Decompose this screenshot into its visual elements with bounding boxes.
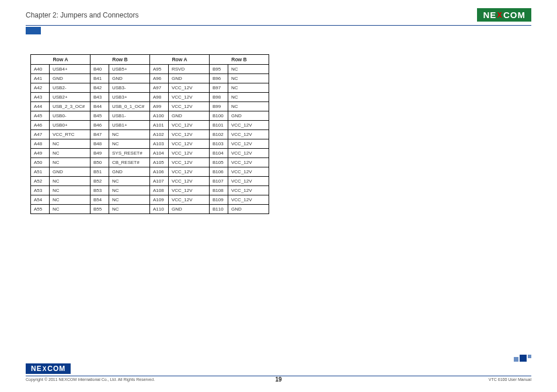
table-cell: NC	[228, 102, 269, 111]
table-cell: B102	[210, 130, 228, 139]
table-cell: A96	[150, 74, 169, 83]
manual-name: VTC 6100 User Manual	[489, 377, 531, 382]
table-cell: GND	[228, 205, 269, 214]
table-cell: B98	[210, 93, 228, 102]
table-cell: A44	[31, 102, 50, 111]
table-cell: USB3+	[109, 93, 150, 102]
col-header: Row A	[31, 55, 90, 65]
footer-decoration	[514, 355, 531, 362]
table-cell: VCC_12V	[169, 102, 210, 111]
table-cell: NC	[50, 177, 90, 186]
table-cell: NC	[50, 158, 90, 167]
table-cell: B107	[210, 177, 228, 186]
table-cell: A101	[150, 121, 169, 130]
header-accent-box	[26, 27, 41, 34]
table-cell: USB1+	[109, 121, 150, 130]
table-cell: VCC_12V	[169, 195, 210, 205]
logo-part-com: COM	[47, 365, 65, 373]
table-cell: VCC_12V	[169, 186, 210, 195]
table-cell: NC	[109, 186, 150, 195]
table-row: A49NCB49SYS_RESET#A104VCC_12VB104VCC_12V	[31, 149, 269, 158]
table-cell: A43	[31, 93, 50, 102]
table-cell: VCC_12V	[169, 93, 210, 102]
table-cell: B108	[210, 186, 228, 195]
table-cell: VCC_12V	[228, 130, 269, 139]
table-row: A43USB2+B43USB3+A98VCC_12VB98NC	[31, 93, 269, 102]
table-cell: NC	[50, 195, 90, 205]
table-cell: GND	[50, 74, 90, 83]
table-cell: GND	[228, 111, 269, 121]
col-header: Row B	[90, 55, 150, 65]
table-cell: A110	[150, 205, 169, 214]
table-cell: B46	[90, 121, 109, 130]
table-cell: VCC_12V	[169, 149, 210, 158]
table-cell: B48	[90, 139, 109, 149]
table-cell: CB_RESET#	[109, 158, 150, 167]
table-cell: GND	[109, 74, 150, 83]
table-cell: B43	[90, 93, 109, 102]
table-cell: VCC_12V	[228, 195, 269, 205]
table-cell: B54	[90, 195, 109, 205]
chapter-title: Chapter 2: Jumpers and Connectors	[26, 11, 138, 19]
table-row: A47VCC_RTCB47NCA102VCC_12VB102VCC_12V	[31, 130, 269, 139]
table-cell: VCC_12V	[228, 177, 269, 186]
logo-part-com: COM	[503, 10, 525, 20]
table-cell: USB5+	[109, 65, 150, 74]
table-row: A53NCB53NCA108VCC_12VB108VCC_12V	[31, 186, 269, 195]
table-cell: B106	[210, 167, 228, 177]
table-cell: A107	[150, 177, 169, 186]
table-cell: USB_0_1_OC#	[109, 102, 150, 111]
table-cell: B40	[90, 65, 109, 74]
table-cell: GND	[109, 167, 150, 177]
table-cell: B100	[210, 111, 228, 121]
header-rule	[26, 25, 531, 26]
table-cell: A102	[150, 130, 169, 139]
table-cell: A55	[31, 205, 50, 214]
table-cell: A42	[31, 83, 50, 93]
table-cell: GND	[50, 167, 90, 177]
table-cell: NC	[50, 186, 90, 195]
table-cell: VCC_RTC	[50, 130, 90, 139]
table-cell: A98	[150, 93, 169, 102]
table-cell: NC	[109, 139, 150, 149]
table-row: A51GNDB51GNDA106VCC_12VB106VCC_12V	[31, 167, 269, 177]
table-cell: USB2-	[50, 83, 90, 93]
table-cell: NC	[50, 139, 90, 149]
table-cell: B45	[90, 111, 109, 121]
table-cell: A103	[150, 139, 169, 149]
table-cell: GND	[169, 205, 210, 214]
table-cell: B110	[210, 205, 228, 214]
table-cell: VCC_12V	[169, 167, 210, 177]
table-cell: B103	[210, 139, 228, 149]
table-cell: A54	[31, 195, 50, 205]
table-cell: NC	[109, 177, 150, 186]
table-cell: B95	[210, 65, 228, 74]
table-cell: NC	[50, 149, 90, 158]
pinout-table: Row A Row B Row A Row B A40USB4+B40USB5+…	[30, 54, 269, 214]
table-row: A48NCB48NCA103VCC_12VB103VCC_12V	[31, 139, 269, 149]
table-cell: NC	[228, 74, 269, 83]
table-cell: VCC_12V	[169, 83, 210, 93]
table-cell: A97	[150, 83, 169, 93]
table-cell: A46	[31, 121, 50, 130]
table-cell: USB0+	[50, 121, 90, 130]
table-cell: B44	[90, 102, 109, 111]
table-cell: VCC_12V	[228, 186, 269, 195]
table-cell: B53	[90, 186, 109, 195]
table-cell: B52	[90, 177, 109, 186]
table-cell: VCC_12V	[169, 177, 210, 186]
table-cell: USB2+	[50, 93, 90, 102]
logo-x-icon: X	[43, 366, 47, 372]
page-number: 19	[275, 376, 281, 383]
table-cell: NC	[109, 195, 150, 205]
table-cell: NC	[228, 93, 269, 102]
table-cell: A53	[31, 186, 50, 195]
table-row: A54NCB54NCA109VCC_12VB109VCC_12V	[31, 195, 269, 205]
table-cell: A104	[150, 149, 169, 158]
table-cell: A47	[31, 130, 50, 139]
table-row: A55NCB55NCA110GNDB110GND	[31, 205, 269, 214]
table-cell: VCC_12V	[228, 139, 269, 149]
table-cell: B50	[90, 158, 109, 167]
table-cell: A45	[31, 111, 50, 121]
table-cell: A109	[150, 195, 169, 205]
